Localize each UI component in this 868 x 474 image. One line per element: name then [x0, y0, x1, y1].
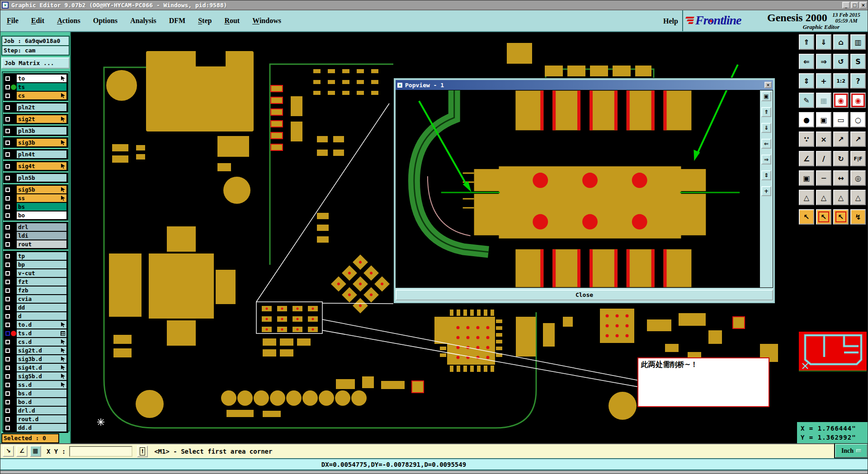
- layer-checkbox-pln2t[interactable]: [6, 106, 9, 109]
- layer-checkbox-ss.d[interactable]: [6, 384, 9, 386]
- layer-row-rout[interactable]: rout: [4, 240, 67, 249]
- query-mode-button[interactable]: ?: [850, 73, 866, 89]
- confirm-button[interactable]: !: [137, 446, 148, 457]
- layer-checkbox-sig2t[interactable]: [6, 118, 9, 121]
- grid-toggle-button[interactable]: ▦: [816, 93, 831, 108]
- layer-row-dd[interactable]: dd: [4, 303, 67, 312]
- menu-analysis[interactable]: Analysis: [124, 17, 163, 25]
- break-entity-button[interactable]: ─: [816, 170, 831, 186]
- layer-checkbox-d[interactable]: [6, 315, 9, 318]
- popview-zoom-fit-button[interactable]: ⇕: [761, 170, 771, 180]
- restore-view-button[interactable]: ↺: [833, 54, 849, 69]
- popview-next-view-button[interactable]: ⇒: [761, 155, 771, 164]
- zoom-in-button[interactable]: ⇑: [799, 34, 814, 50]
- pan-view-button[interactable]: +: [816, 73, 831, 89]
- layer-checkbox-to.d[interactable]: [6, 324, 9, 326]
- grid-snap-toggle-button[interactable]: ▦: [30, 446, 41, 457]
- popview-zoom-in-button[interactable]: ⇑: [761, 107, 771, 117]
- layer-row-dd.d[interactable]: dd.d: [4, 423, 67, 432]
- rotate-by-angle-button[interactable]: ∠: [799, 151, 814, 166]
- menu-help[interactable]: Help: [657, 10, 684, 32]
- layer-checkbox-dd.d[interactable]: [6, 427, 9, 429]
- layer-row-ts[interactable]: ts: [4, 83, 67, 91]
- layer-row-sig4t[interactable]: sig4t: [4, 162, 67, 170]
- copy-origin-button[interactable]: ↗: [850, 131, 866, 147]
- select-symbol-button[interactable]: ●: [799, 112, 814, 127]
- xy-coordinate-input[interactable]: [69, 446, 132, 457]
- layer-row-sig4t.d[interactable]: sig4t.d: [4, 363, 67, 372]
- layer-checkbox-dd[interactable]: [6, 306, 9, 309]
- copy-to-layer-button[interactable]: ▣: [799, 170, 814, 186]
- split-views-button[interactable]: ▥: [850, 34, 866, 50]
- zoom-fit-button[interactable]: ⇕: [799, 73, 814, 89]
- layer-row-pln4t[interactable]: pln4t: [4, 150, 67, 159]
- layer-checkbox-ts.d[interactable]: [6, 332, 9, 335]
- measure-tool-button[interactable]: ▭: [833, 112, 849, 127]
- layer-row-bp[interactable]: bp: [4, 260, 67, 269]
- select-area-filter-button[interactable]: ○: [850, 112, 866, 127]
- rotate-90-button[interactable]: ↻: [833, 151, 849, 166]
- layer-row-bo.d[interactable]: bo.d: [4, 398, 67, 406]
- popview-close-x-button[interactable]: ×: [764, 82, 772, 88]
- menu-edit[interactable]: Edit: [25, 17, 51, 25]
- layer-checkbox-drl.d[interactable]: [6, 409, 9, 412]
- layer-row-fzb[interactable]: fzb: [4, 286, 67, 295]
- layer-checkbox-ts[interactable]: [6, 86, 9, 89]
- layer-checkbox-cvia[interactable]: [6, 298, 9, 300]
- mirror-axis-button[interactable]: /: [816, 151, 831, 166]
- layer-row-rout.d[interactable]: rout.d: [4, 415, 67, 423]
- layer-checkbox-ldi[interactable]: [6, 235, 9, 237]
- window-zoom-toggle-button[interactable]: ↘: [3, 446, 14, 457]
- layer-checkbox-pln5b[interactable]: [6, 177, 9, 179]
- layer-checkbox-sig4t.d[interactable]: [6, 366, 9, 369]
- layer-checkbox-rout[interactable]: [6, 243, 9, 246]
- resize-entity-button[interactable]: ↔: [833, 170, 849, 186]
- popview-canvas[interactable]: [396, 90, 760, 287]
- minimize-button[interactable]: _: [842, 2, 850, 9]
- layer-checkbox-sig5b[interactable]: [6, 188, 9, 191]
- layer-checkbox-tp[interactable]: [6, 255, 9, 258]
- arrow-mode-4-button[interactable]: △: [850, 190, 866, 205]
- menu-windows[interactable]: Windows: [246, 17, 288, 25]
- menu-actions[interactable]: Actions: [51, 17, 87, 25]
- layer-row-drl[interactable]: drl: [4, 223, 67, 231]
- layer-row-cs.d[interactable]: cs.d: [4, 338, 67, 346]
- layer-checkbox-sig2t.d[interactable]: [6, 349, 9, 352]
- layer-checkbox-bp[interactable]: [6, 263, 9, 266]
- layer-row-fzt[interactable]: fzt: [4, 277, 67, 286]
- layer-row-ss.d[interactable]: ss.d: [4, 380, 67, 389]
- job-matrix-button[interactable]: Job Matrix ...: [1, 57, 70, 69]
- layer-row-sig3b[interactable]: sig3b: [4, 138, 67, 147]
- layer-checkbox-sig3b.d[interactable]: [6, 358, 9, 361]
- menu-step[interactable]: Step: [192, 17, 218, 25]
- layer-checkbox-pln3b[interactable]: [6, 130, 9, 132]
- layer-row-sig5b.d[interactable]: sig5b.d: [4, 372, 67, 380]
- layer-row-sig5b[interactable]: sig5b: [4, 185, 67, 194]
- layer-row-sig3b.d[interactable]: sig3b.d: [4, 355, 67, 363]
- layer-checkbox-ss[interactable]: [6, 197, 9, 200]
- layer-row-ss[interactable]: ss: [4, 194, 67, 202]
- layer-row-d[interactable]: d: [4, 312, 67, 320]
- layer-row-bo[interactable]: bo: [4, 211, 67, 220]
- mirror-text-button[interactable]: F|F: [850, 151, 866, 166]
- previous-view-button[interactable]: ⇐: [799, 54, 814, 69]
- layer-row-cvia[interactable]: cvia: [4, 295, 67, 303]
- title-bar[interactable]: × Graphic Editor 9.07b2 (OO@HY-HYCAM-PC0…: [0, 0, 868, 10]
- layer-checkbox-sig4t[interactable]: [6, 165, 9, 168]
- layer-row-bs.d[interactable]: bs.d: [4, 389, 67, 398]
- display-profile-1-button[interactable]: ◉: [833, 93, 849, 108]
- layer-row-ts.d[interactable]: ts.d: [4, 329, 67, 338]
- select-single-button[interactable]: ↖: [799, 209, 814, 225]
- popview-zoom-out-button[interactable]: ⇓: [761, 123, 771, 133]
- swap-entities-button[interactable]: ◎: [850, 170, 866, 186]
- layer-row-ldi[interactable]: ldi: [4, 231, 67, 240]
- layer-checkbox-bs.d[interactable]: [6, 392, 9, 395]
- layer-row-pln3b[interactable]: pln3b: [4, 127, 67, 135]
- layer-row-to.d[interactable]: to.d: [4, 320, 67, 329]
- arrow-mode-1-button[interactable]: △: [799, 190, 814, 205]
- layer-row-sig2t.d[interactable]: sig2t.d: [4, 346, 67, 355]
- layer-row-v-cut[interactable]: v-cut: [4, 269, 67, 277]
- setup-tools-button[interactable]: ✎: [799, 93, 814, 108]
- layer-checkbox-to[interactable]: [6, 77, 9, 80]
- popview-pan-button[interactable]: +: [761, 186, 771, 196]
